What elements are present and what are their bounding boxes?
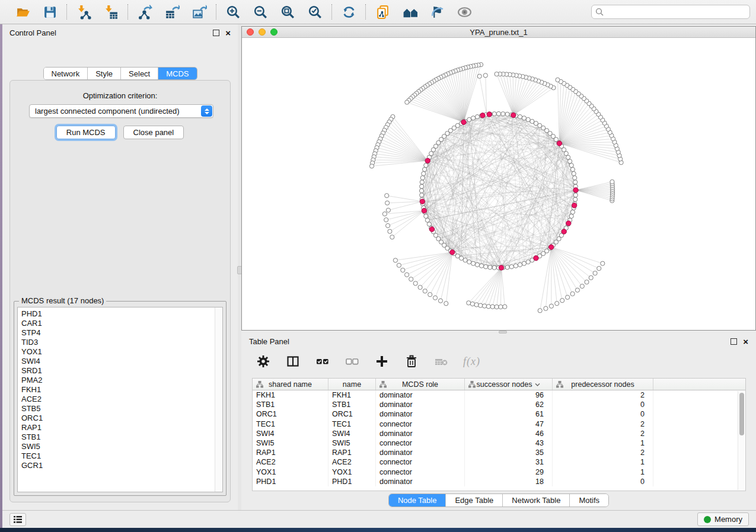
cell-mcds-role[interactable]: connector — [376, 457, 465, 467]
cell-mcds-role[interactable]: dominator — [376, 477, 465, 486]
tab-network[interactable]: Network — [43, 68, 88, 79]
zoom-out-button[interactable] — [252, 4, 269, 20]
zoom-selected-button[interactable] — [307, 4, 323, 20]
tab-style[interactable]: Style — [88, 68, 121, 79]
cell-successor-nodes[interactable]: 46 — [465, 429, 553, 438]
cell-mcds-role[interactable]: dominator — [376, 409, 465, 419]
delete-column-button[interactable] — [404, 354, 419, 369]
mcds-result-item[interactable]: TID3 — [21, 338, 222, 347]
column-header-mcds-role[interactable]: MCDS role — [376, 379, 465, 390]
cell-successor-nodes[interactable]: 61 — [465, 409, 553, 419]
cell-shared-name[interactable]: RAP1 — [253, 448, 328, 457]
cell-predecessor-nodes[interactable]: 0 — [553, 477, 653, 486]
table-row[interactable]: STB1STB1dominator620 — [253, 400, 745, 409]
table-row[interactable]: ACE2ACE2connector311 — [253, 457, 745, 467]
cell-name[interactable]: SWI4 — [328, 429, 376, 438]
cell-shared-name[interactable]: FKH1 — [253, 390, 328, 400]
open-session-button[interactable] — [14, 4, 31, 20]
column-settings-button[interactable] — [256, 354, 271, 369]
cell-predecessor-nodes[interactable]: 0 — [553, 400, 653, 409]
cell-successor-nodes[interactable]: 96 — [465, 390, 553, 400]
column-header-successor-nodes[interactable]: successor nodes — [465, 379, 553, 390]
select-all-checkboxes-button[interactable] — [315, 354, 330, 369]
cell-shared-name[interactable]: ACE2 — [253, 457, 328, 467]
mcds-result-item[interactable]: SWI5 — [21, 442, 222, 451]
table-scrollbar[interactable] — [738, 391, 745, 490]
cell-successor-nodes[interactable]: 31 — [465, 457, 553, 467]
add-column-button[interactable] — [374, 354, 390, 369]
cell-successor-nodes[interactable]: 35 — [465, 448, 553, 457]
import-network-button[interactable] — [75, 4, 92, 20]
export-network-button[interactable] — [136, 4, 153, 20]
cell-name[interactable]: TEC1 — [328, 419, 376, 429]
cell-name[interactable]: ORC1 — [328, 409, 376, 419]
tab-motifs[interactable]: Motifs — [570, 494, 608, 507]
cell-mcds-role[interactable]: dominator — [376, 448, 465, 457]
cell-mcds-role[interactable]: dominator — [376, 390, 465, 400]
float-panel-button[interactable] — [731, 338, 737, 345]
cell-predecessor-nodes[interactable]: 2 — [553, 429, 653, 438]
cell-shared-name[interactable]: SWI4 — [253, 429, 328, 438]
cell-predecessor-nodes[interactable]: 2 — [553, 390, 653, 400]
memory-button[interactable]: Memory — [697, 512, 749, 526]
cell-predecessor-nodes[interactable]: 0 — [553, 409, 653, 419]
mcds-result-item[interactable]: FKH1 — [21, 385, 222, 395]
cell-shared-name[interactable]: STB1 — [253, 400, 328, 409]
scrollbar-thumb[interactable] — [739, 393, 744, 435]
network-graph[interactable] — [242, 38, 755, 330]
run-mcds-button[interactable]: Run MCDS — [56, 126, 116, 139]
mcds-result-item[interactable]: RAP1 — [21, 423, 222, 432]
mcds-result-item[interactable]: ACE2 — [21, 395, 222, 404]
deselect-all-checkboxes-button[interactable] — [344, 354, 360, 369]
cell-mcds-role[interactable]: connector — [376, 419, 465, 429]
table-row[interactable]: ORC1ORC1dominator610 — [253, 409, 745, 419]
mcds-result-item[interactable]: SWI4 — [21, 357, 222, 366]
tab-mcds[interactable]: MCDS — [158, 68, 196, 79]
split-panel-button[interactable] — [285, 354, 301, 369]
cell-mcds-role[interactable]: dominator — [376, 429, 465, 438]
cell-successor-nodes[interactable]: 43 — [465, 438, 553, 448]
import-table-button[interactable] — [103, 4, 119, 20]
table-row[interactable]: SWI4SWI4dominator462 — [253, 429, 745, 438]
cell-successor-nodes[interactable]: 18 — [465, 477, 553, 486]
show-hidden-panels-button[interactable] — [9, 513, 26, 526]
close-panel-button[interactable]: × — [225, 30, 231, 36]
tab-node-table[interactable]: Node Table — [389, 494, 446, 507]
cell-mcds-role[interactable]: connector — [376, 438, 465, 448]
export-table-button[interactable] — [164, 4, 180, 20]
cell-shared-name[interactable]: PHD1 — [253, 477, 328, 486]
table-row[interactable]: FKH1FKH1dominator962 — [253, 390, 745, 400]
network-canvas[interactable] — [242, 38, 755, 330]
tab-edge-table[interactable]: Edge Table — [446, 494, 503, 507]
tab-select[interactable]: Select — [121, 68, 158, 79]
table-row[interactable]: YOX1YOX1connector291 — [253, 467, 745, 477]
cell-mcds-role[interactable]: dominator — [376, 400, 465, 409]
mcds-result-list[interactable]: PHD1CAR1STP4TID3YOX1SWI4SRD1PMA2FKH1ACE2… — [17, 307, 223, 492]
mcds-result-item[interactable]: ORC1 — [21, 414, 222, 423]
cell-shared-name[interactable]: ORC1 — [253, 409, 328, 419]
cell-shared-name[interactable]: YOX1 — [253, 467, 328, 477]
cell-shared-name[interactable]: SWI5 — [253, 438, 328, 448]
column-header-shared-name[interactable]: shared name — [253, 379, 328, 390]
close-panel-button-mcds[interactable]: Close panel — [123, 126, 184, 139]
close-panel-button[interactable]: × — [743, 338, 748, 345]
cell-name[interactable]: SWI5 — [328, 438, 376, 448]
search-input[interactable] — [591, 5, 750, 19]
cell-predecessor-nodes[interactable]: 1 — [553, 467, 653, 477]
cell-shared-name[interactable]: TEC1 — [253, 419, 328, 429]
cell-predecessor-nodes[interactable]: 2 — [553, 419, 653, 429]
mcds-result-item[interactable]: PMA2 — [21, 376, 222, 385]
mcds-result-item[interactable]: CAR1 — [21, 319, 222, 328]
mcds-result-item[interactable]: GCR1 — [21, 461, 222, 470]
cell-successor-nodes[interactable]: 62 — [465, 400, 553, 409]
mcds-result-item[interactable]: STP4 — [21, 328, 222, 338]
mcds-result-item[interactable]: YOX1 — [21, 347, 222, 357]
cell-successor-nodes[interactable]: 29 — [465, 467, 553, 477]
hide-graphics-details-button[interactable] — [429, 4, 445, 20]
table-row[interactable]: PHD1PHD1dominator180 — [253, 477, 745, 486]
float-panel-button[interactable] — [213, 30, 219, 36]
zoom-in-button[interactable] — [225, 4, 241, 20]
cell-predecessor-nodes[interactable]: 1 — [553, 457, 653, 467]
table-row[interactable]: TEC1TEC1connector472 — [253, 419, 745, 429]
cell-name[interactable]: FKH1 — [328, 390, 376, 400]
